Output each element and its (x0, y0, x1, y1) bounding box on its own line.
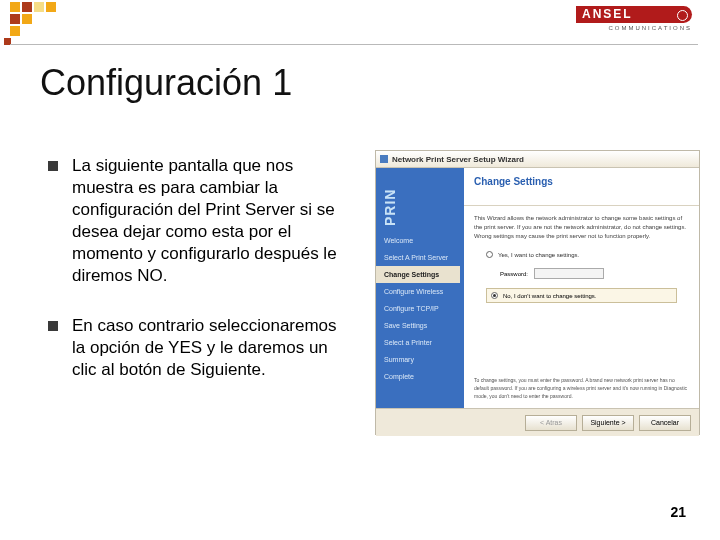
step-select-print-server: Select A Print Server (382, 249, 460, 266)
step-summary: Summary (382, 351, 460, 368)
wizard-sidebar: PRIN Welcome Select A Print Server Chang… (376, 168, 464, 408)
back-button[interactable]: < Atras (525, 415, 577, 431)
wizard-buttons: < Atras Siguiente > Cancelar (376, 408, 699, 436)
step-save-settings: Save Settings (382, 317, 460, 334)
wizard-steps: Welcome Select A Print Server Change Set… (382, 232, 460, 385)
option-yes[interactable]: Yes, I want to change settings. (486, 251, 677, 258)
option-yes-label: Yes, I want to change settings. (498, 252, 579, 258)
cancel-button[interactable]: Cancelar (639, 415, 691, 431)
bullet-list: La siguiente pantalla que nos muestra es… (48, 155, 353, 409)
wizard-window: Network Print Server Setup Wizard PRIN W… (375, 150, 700, 435)
wizard-main: Change Settings This Wizard allows the n… (464, 168, 699, 408)
step-complete: Complete (382, 368, 460, 385)
password-row: Password: (464, 266, 699, 285)
sidebar-brand-text: PRIN (382, 189, 398, 226)
topbar: ANSEL COMMUNICATIONS (0, 0, 720, 44)
bullet-marker-icon (48, 161, 58, 171)
bullet-item: La siguiente pantalla que nos muestra es… (48, 155, 353, 287)
password-label: Password: (500, 271, 528, 277)
wizard-description: This Wizard allows the network administr… (464, 206, 699, 247)
step-select-printer: Select a Printer (382, 334, 460, 351)
step-welcome: Welcome (382, 232, 460, 249)
bullet-marker-icon (48, 321, 58, 331)
slide-title: Configuración 1 (40, 62, 292, 104)
step-configure-tcpip: Configure TCP/IP (382, 300, 460, 317)
radio-icon (491, 292, 498, 299)
bullet-item: En caso contrario seleccionaremos la opc… (48, 315, 353, 381)
bullet-text: La siguiente pantalla que nos muestra es… (72, 155, 353, 287)
radio-icon (486, 251, 493, 258)
brand-logo: ANSEL (576, 6, 692, 23)
step-configure-wireless: Configure Wireless (382, 283, 460, 300)
option-no[interactable]: No, I don't want to change settings. (486, 288, 677, 303)
brand-subtitle: COMMUNICATIONS (608, 25, 692, 31)
page-number: 21 (670, 504, 686, 520)
password-input[interactable] (534, 268, 604, 279)
divider (10, 44, 698, 45)
step-change-settings: Change Settings (376, 266, 460, 283)
window-title: Network Print Server Setup Wizard (392, 155, 524, 164)
next-button[interactable]: Siguiente > (582, 415, 634, 431)
option-no-label: No, I don't want to change settings. (503, 293, 597, 299)
app-icon (380, 155, 388, 163)
wizard-note: To change settings, you must enter the p… (474, 376, 689, 400)
bullet-text: En caso contrario seleccionaremos la opc… (72, 315, 353, 381)
wizard-titlebar: Network Print Server Setup Wizard (376, 151, 699, 168)
wizard-header-title: Change Settings (474, 176, 689, 187)
wizard-header: Change Settings (464, 168, 699, 206)
